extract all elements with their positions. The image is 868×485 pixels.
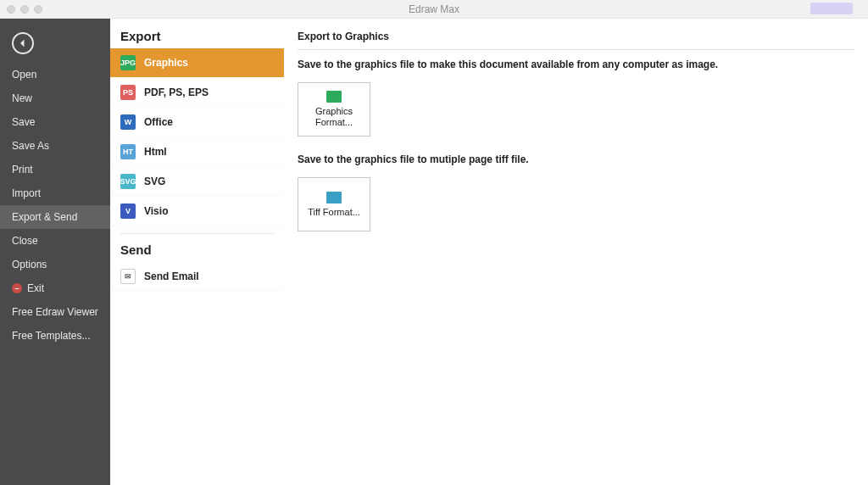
- jpg-icon: JPG: [120, 55, 136, 70]
- tiff-format-card[interactable]: Tiff Format...: [298, 177, 370, 231]
- card-label: Graphics Format...: [298, 106, 370, 127]
- content-pane: Export to Graphics Save to the graphics …: [284, 19, 868, 485]
- tiff-file-icon: [326, 192, 342, 203]
- export-option-html[interactable]: HT Html: [110, 137, 284, 167]
- window-controls: [0, 5, 42, 14]
- back-button[interactable]: [12, 32, 34, 54]
- jpg-file-icon: [326, 91, 342, 103]
- sidebar-item-import[interactable]: Import: [0, 181, 110, 205]
- sidebar-item-label: Free Templates...: [12, 324, 90, 348]
- export-option-visio[interactable]: V Visio: [110, 197, 284, 226]
- export-option-label: PDF, PS, EPS: [144, 86, 209, 98]
- sidebar-item-label: Options: [12, 253, 47, 276]
- html-icon: HT: [120, 144, 136, 159]
- minimize-window-icon[interactable]: [20, 5, 29, 14]
- export-option-office[interactable]: W Office: [110, 108, 284, 137]
- exit-icon: –: [12, 283, 22, 293]
- word-icon: W: [120, 114, 136, 130]
- export-section-title: Export: [110, 29, 284, 48]
- app-body: Open New Save Save As Print Import Expor…: [0, 19, 868, 485]
- export-option-label: Office: [144, 116, 173, 128]
- export-option-label: Html: [144, 146, 167, 158]
- card-label: Tiff Format...: [308, 207, 360, 218]
- sidebar-item-label: New: [12, 86, 32, 110]
- visio-icon: V: [120, 203, 136, 219]
- graphics-format-card[interactable]: Graphics Format...: [298, 82, 370, 137]
- sidebar-item-print[interactable]: Print: [0, 158, 110, 181]
- sidebar-item-label: Export & Send: [12, 205, 77, 229]
- export-option-label: SVG: [144, 176, 165, 187]
- export-option-svg[interactable]: SVG SVG: [110, 167, 284, 197]
- sidebar-item-exit[interactable]: – Exit: [0, 276, 110, 300]
- sidebar-item-label: Import: [12, 181, 41, 205]
- sidebar-item-close[interactable]: Close: [0, 229, 110, 253]
- sidebar-item-label: Close: [12, 229, 38, 253]
- export-option-graphics[interactable]: JPG Graphics: [110, 48, 284, 78]
- section-divider: [120, 233, 274, 234]
- sidebar-item-label: Exit: [27, 276, 44, 300]
- sidebar-item-save[interactable]: Save: [0, 110, 110, 134]
- sidebar-item-label: Open: [12, 63, 36, 86]
- window-title: Edraw Max: [0, 3, 868, 15]
- sidebar-item-open[interactable]: Open: [0, 63, 110, 86]
- sidebar-item-label: Save As: [12, 134, 49, 158]
- accent-bar: [810, 3, 853, 14]
- zoom-window-icon[interactable]: [34, 5, 42, 14]
- sidebar-item-save-as[interactable]: Save As: [0, 134, 110, 158]
- content-desc-2: Save to the graphics file to mutiple pag…: [298, 153, 854, 165]
- sidebar-item-new[interactable]: New: [0, 86, 110, 110]
- export-send-column: Export JPG Graphics PS PDF, PS, EPS W Of…: [110, 19, 284, 485]
- export-option-pdf[interactable]: PS PDF, PS, EPS: [110, 78, 284, 108]
- file-menu-sidebar: Open New Save Save As Print Import Expor…: [0, 19, 110, 485]
- send-option-email[interactable]: ✉ Send Email: [110, 262, 284, 292]
- sidebar-item-export-send[interactable]: Export & Send: [0, 205, 110, 229]
- email-icon: ✉: [120, 269, 136, 284]
- content-desc-1: Save to the graphics file to make this d…: [298, 59, 854, 70]
- sidebar-item-options[interactable]: Options: [0, 253, 110, 276]
- back-arrow-icon: [18, 38, 28, 48]
- send-section-title: Send: [110, 242, 284, 262]
- sidebar-item-label: Save: [12, 110, 35, 134]
- close-window-icon[interactable]: [7, 5, 15, 14]
- sidebar-item-free-templates[interactable]: Free Templates...: [0, 324, 110, 348]
- send-option-label: Send Email: [144, 270, 199, 282]
- sidebar-item-label: Free Edraw Viewer: [12, 300, 98, 324]
- export-option-label: Visio: [144, 205, 168, 217]
- titlebar: Edraw Max: [0, 0, 868, 19]
- pdf-icon: PS: [120, 85, 136, 100]
- sidebar-item-free-viewer[interactable]: Free Edraw Viewer: [0, 300, 110, 324]
- svg-icon: SVG: [120, 174, 136, 189]
- content-title: Export to Graphics: [298, 31, 854, 50]
- export-option-label: Graphics: [144, 57, 188, 69]
- sidebar-item-label: Print: [12, 158, 33, 181]
